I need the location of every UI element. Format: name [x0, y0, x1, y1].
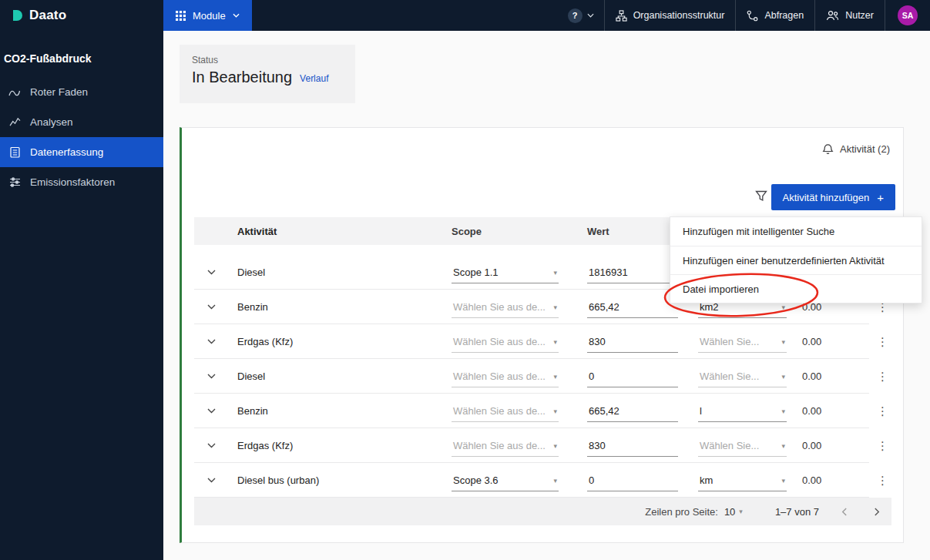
caret-down-icon: ▾	[553, 303, 557, 311]
verlauf-link[interactable]: Verlauf	[300, 73, 328, 86]
nav-label: Organisationsstruktur	[633, 10, 725, 21]
top-bar: Daato Module ? Organisationsstruktur Abf…	[0, 0, 930, 31]
wert-input[interactable]: 0	[587, 369, 678, 387]
einheit-value: l	[700, 405, 702, 417]
scope-select[interactable]: Wählen Sie aus de...▾	[452, 369, 559, 387]
einheit-select[interactable]: Wählen Sie...▾	[698, 334, 787, 353]
app-logo: Daato	[0, 8, 163, 23]
rows-per-page-select[interactable]: 10 ▾	[724, 506, 743, 518]
scope-value: Wählen Sie aus de...	[453, 405, 546, 417]
row-expander-icon[interactable]	[207, 339, 216, 344]
scope-select[interactable]: Scope 3.6▾	[452, 473, 559, 491]
row-total: 0.00	[791, 440, 869, 451]
nav-organisationsstruktur[interactable]: Organisationsstruktur	[604, 0, 736, 31]
scope-select[interactable]: Wählen Sie aus de...▾	[452, 334, 559, 353]
nav-abfragen[interactable]: Abfragen	[735, 0, 814, 31]
row-menu-button[interactable]: ⋮	[869, 394, 891, 428]
menu-item-benutzerdefinierte-aktivitaet[interactable]: Hinzufügen einer benutzerdefinierten Akt…	[670, 246, 922, 274]
org-structure-icon	[616, 10, 627, 22]
wert-input[interactable]: 665,42	[587, 300, 678, 318]
wert-input[interactable]: 830	[587, 438, 678, 457]
activity-cell: Benzin	[228, 405, 441, 417]
next-page-button[interactable]	[874, 507, 881, 517]
row-menu-button[interactable]: ⋮	[869, 428, 891, 463]
filter-icon	[755, 190, 767, 202]
rows-per-page-label: Zeilen pro Seite:	[645, 506, 718, 518]
row-expander-icon[interactable]	[207, 478, 216, 483]
scope-select[interactable]: Wählen Sie aus de...▾	[452, 300, 559, 318]
sidebar-title: CO2-Fußabdruck	[0, 31, 163, 77]
activity-badge-label: Aktivität (2)	[840, 143, 890, 155]
einheit-value: Wählen Sie...	[700, 336, 759, 347]
sidebar-item-datenerfassung[interactable]: Datenerfassung	[0, 137, 163, 167]
chevron-left-icon	[841, 507, 848, 517]
wert-input[interactable]: 665,42	[587, 404, 678, 422]
row-expander-icon[interactable]	[207, 443, 216, 448]
scope-value: Scope 1.1	[453, 267, 499, 278]
table-row: Benzin Wählen Sie aus de...▾ 665,42 l▾ 0…	[194, 394, 891, 428]
caret-down-icon: ▾	[781, 442, 785, 450]
table-footer: Zeilen pro Seite: 10 ▾ 1–7 von 7	[194, 498, 891, 525]
prev-page-button[interactable]	[841, 507, 848, 517]
activity-badge[interactable]: Aktivität (2)	[822, 143, 890, 155]
activity-cell: Benzin	[228, 301, 441, 313]
row-menu-button[interactable]: ⋮	[869, 324, 891, 359]
activity-cell: Diesel	[228, 371, 441, 382]
nav-nutzer[interactable]: Nutzer	[814, 0, 885, 31]
sidebar-item-analysen[interactable]: Analysen	[0, 107, 163, 137]
scope-select[interactable]: Scope 1.1▾	[452, 265, 559, 283]
einheit-select[interactable]: l▾	[698, 404, 787, 422]
wert-input[interactable]: 830	[587, 334, 678, 353]
caret-down-icon: ▾	[781, 338, 785, 346]
einheit-select[interactable]: Wählen Sie...▾	[698, 438, 787, 457]
menu-item-intelligente-suche[interactable]: Hinzufügen mit intelligenter Suche	[670, 217, 922, 246]
wert-value: 0	[589, 474, 594, 486]
nav-label: Abfragen	[764, 10, 804, 21]
caret-down-icon: ▾	[781, 407, 785, 415]
scope-select[interactable]: Wählen Sie aus de...▾	[452, 404, 559, 422]
user-avatar[interactable]: SA	[898, 5, 918, 25]
caret-down-icon: ▾	[781, 373, 785, 381]
einheit-select[interactable]: km▾	[698, 473, 787, 491]
sidebar-item-roter-faden[interactable]: Roter Faden	[0, 77, 163, 107]
activity-cell: Erdgas (Kfz)	[228, 440, 441, 451]
scope-value: Wählen Sie aus de...	[453, 371, 546, 382]
caret-down-icon: ▾	[553, 338, 557, 346]
wert-value: 830	[589, 336, 606, 347]
row-expander-icon[interactable]	[207, 374, 216, 379]
row-expander-icon[interactable]	[207, 304, 216, 310]
caret-down-icon: ▾	[553, 373, 557, 381]
wert-input[interactable]: 1816931	[587, 265, 678, 283]
status-card: Status In Bearbeitung Verlauf	[180, 45, 355, 103]
module-button[interactable]: Module	[163, 0, 252, 31]
factors-icon	[8, 177, 22, 187]
scope-value: Scope 3.6	[453, 474, 499, 486]
header-aktivitaet: Aktivität	[228, 226, 441, 237]
help-icon: ?	[568, 8, 583, 23]
wert-value: 1816931	[589, 267, 628, 278]
row-menu-button[interactable]: ⋮	[869, 359, 891, 394]
app-root: Daato Module ? Organisationsstruktur Abf…	[0, 0, 930, 560]
chevron-down-icon	[587, 13, 594, 18]
caret-down-icon: ▾	[781, 477, 785, 485]
help-button[interactable]: ?	[558, 0, 604, 31]
wert-value: 665,42	[589, 405, 619, 417]
table-row: Erdgas (Kfz) Wählen Sie aus de...▾ 830 W…	[194, 428, 891, 463]
sidebar-item-emissionsfaktoren[interactable]: Emissionsfaktoren	[0, 167, 163, 197]
add-activity-button[interactable]: Aktivität hinzufügen +	[771, 184, 896, 210]
row-expander-icon[interactable]	[207, 408, 216, 414]
plus-icon: +	[877, 191, 884, 204]
menu-item-datei-importieren[interactable]: Datei importieren	[670, 274, 922, 303]
sidebar-item-label: Datenerfassung	[30, 146, 103, 158]
einheit-select[interactable]: Wählen Sie...▾	[698, 369, 787, 387]
table-row: Diesel bus (urban) Scope 3.6▾ 0 km▾ 0.00…	[194, 463, 891, 498]
einheit-value: km	[700, 474, 713, 486]
filter-button[interactable]	[755, 190, 767, 205]
module-button-label: Module	[193, 10, 226, 22]
caret-down-icon: ▾	[553, 269, 557, 277]
row-menu-button[interactable]: ⋮	[869, 463, 891, 498]
wert-input[interactable]: 0	[587, 473, 678, 491]
row-expander-icon[interactable]	[207, 270, 216, 275]
scope-select[interactable]: Wählen Sie aus de...▾	[452, 438, 559, 457]
wert-value: 830	[589, 440, 606, 451]
